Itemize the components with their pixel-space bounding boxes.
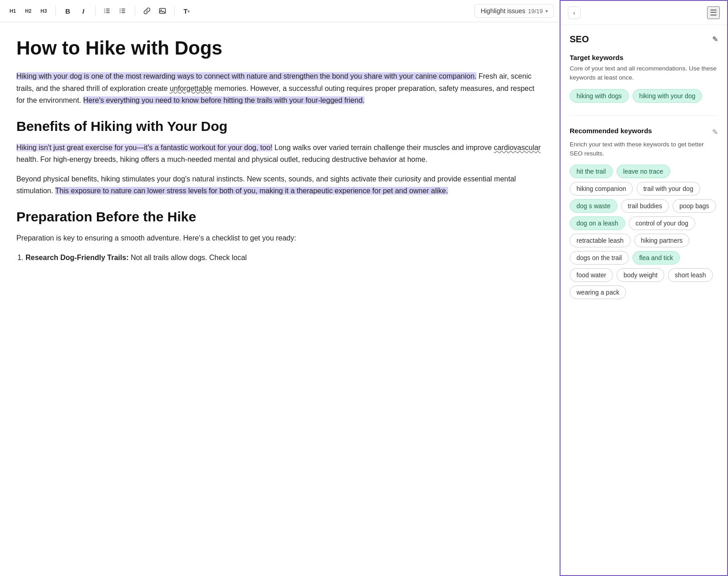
target-keywords-desc: Core of your text and all recommendation… — [570, 64, 718, 83]
unordered-list-button[interactable] — [116, 4, 130, 18]
seo-title-row: SEO ✎ — [570, 34, 718, 45]
highlight-intro-1: Hiking with your dog is one of the most … — [16, 72, 476, 80]
doc-title: How to Hike with Dogs — [16, 37, 543, 60]
benefits-p2: Beyond physical benefits, hiking stimula… — [16, 173, 543, 197]
highlight-benefits-1: Hiking isn't just great exercise for you… — [16, 144, 273, 151]
keyword-tag[interactable]: wearing a pack — [570, 285, 626, 299]
recommended-keywords-section: Recommended keywords ✎ Enrich your text … — [570, 127, 718, 300]
editor-wrapper: H1 H2 H3 B I 1. 2. 3. — [0, 0, 560, 576]
keyword-tag[interactable]: hit the trail — [570, 165, 613, 178]
sidebar-menu-button[interactable]: ☰ — [707, 6, 720, 19]
keyword-tag[interactable]: hiking with dogs — [570, 89, 629, 103]
recommended-keywords-desc: Enrich your text with these keywords to … — [570, 140, 718, 159]
keyword-tag[interactable]: short leash — [668, 268, 713, 282]
keyword-tag[interactable]: hiking companion — [570, 182, 633, 195]
sidebar-topbar: ‹ ☰ — [561, 1, 727, 25]
keyword-tag[interactable]: dog s waste — [570, 199, 617, 213]
keyword-tag[interactable]: leave no trace — [617, 165, 670, 178]
svg-point-9 — [120, 9, 121, 10]
h3-button[interactable]: H3 — [36, 4, 51, 18]
link-button[interactable] — [140, 4, 154, 18]
list-item-1: Research Dog-Friendly Trails: Not all tr… — [25, 252, 543, 264]
preparation-list: Research Dog-Friendly Trails: Not all tr… — [16, 252, 543, 264]
keyword-tag[interactable]: dog on a leash — [570, 216, 625, 230]
intro-paragraph: Hiking with your dog is one of the most … — [16, 70, 543, 106]
svg-point-11 — [120, 12, 121, 13]
clear-format-button[interactable]: Tx — [179, 4, 194, 18]
h2-button[interactable]: H2 — [21, 4, 35, 18]
keyword-tag[interactable]: food water — [570, 268, 613, 282]
insert-group — [140, 4, 170, 18]
divider-2 — [95, 5, 96, 16]
target-keywords-title: Target keywords — [570, 54, 718, 61]
keyword-tag[interactable]: hiking partners — [634, 234, 690, 247]
keyword-tag[interactable]: body weight — [617, 268, 664, 282]
benefits-plain-2: health. For high-energy breeds, hiking o… — [16, 155, 427, 163]
list-item-1-text: Not all trails allow dogs. Check local — [129, 254, 247, 261]
keyword-tag[interactable]: flea and tick — [632, 251, 680, 265]
svg-rect-6 — [121, 9, 125, 10]
chevron-down-icon: ▾ — [546, 9, 548, 14]
benefits-section: Benefits of Hiking with Your Dog Hiking … — [16, 118, 543, 197]
benefits-p1: Hiking isn't just great exercise for you… — [16, 142, 543, 166]
highlight-intro-2: Here's everything you need to know befor… — [83, 96, 365, 104]
seo-edit-icon[interactable]: ✎ — [712, 35, 718, 44]
divider-3 — [135, 5, 135, 16]
highlight-label: Highlight issues — [480, 7, 525, 15]
preparation-section: Preparation Before the Hike Preparation … — [16, 208, 543, 264]
h1-button[interactable]: H1 — [5, 4, 20, 18]
recommended-header: Recommended keywords ✎ — [570, 127, 718, 137]
preparation-title: Preparation Before the Hike — [16, 208, 543, 225]
divider-4 — [174, 5, 175, 16]
recommended-keywords-list: hit the trailleave no tracehiking compan… — [570, 165, 718, 299]
keyword-tag[interactable]: retractable leash — [570, 234, 631, 247]
preparation-p1: Preparation is key to ensuring a smooth … — [16, 232, 543, 244]
keyword-tag[interactable]: dogs on the trail — [570, 251, 629, 265]
image-button[interactable] — [155, 4, 170, 18]
target-keywords-section: Target keywords Core of your text and al… — [570, 54, 718, 103]
format-group: B I — [61, 4, 91, 18]
sidebar-content: SEO ✎ Target keywords Core of your text … — [561, 25, 727, 575]
list-item-1-bold: Research Dog-Friendly Trails: — [25, 254, 129, 261]
highlight-benefits-2: This exposure to nature can lower stress… — [55, 187, 448, 195]
italic-button[interactable]: I — [76, 4, 91, 18]
list-group: 1. 2. 3. — [100, 4, 130, 18]
keyword-tag[interactable]: poop bags — [672, 199, 716, 213]
highlight-issues-dropdown[interactable]: Highlight issues 19/19 ▾ — [475, 4, 554, 18]
recommended-edit-icon[interactable]: ✎ — [712, 128, 718, 136]
svg-text:3.: 3. — [104, 12, 106, 14]
sidebar-back-button[interactable]: ‹ — [568, 6, 581, 19]
keyword-tag[interactable]: trail with your dog — [637, 182, 700, 195]
editor-content: How to Hike with Dogs Hiking with your d… — [0, 22, 559, 576]
ordered-list-button[interactable]: 1. 2. 3. — [100, 4, 115, 18]
svg-rect-2 — [106, 12, 110, 13]
svg-point-10 — [120, 10, 121, 11]
seo-title-label: SEO — [570, 34, 589, 45]
highlight-count: 19/19 — [528, 8, 543, 15]
svg-rect-1 — [106, 10, 110, 11]
toolbar: H1 H2 H3 B I 1. 2. 3. — [0, 0, 559, 22]
benefits-title: Benefits of Hiking with Your Dog — [16, 118, 543, 135]
svg-rect-0 — [106, 9, 110, 10]
heading-group: H1 H2 H3 — [5, 4, 51, 18]
benefits-wavy: cardiovascular — [494, 144, 541, 151]
svg-rect-7 — [121, 10, 125, 11]
bold-button[interactable]: B — [61, 4, 75, 18]
svg-point-13 — [161, 10, 162, 10]
section-divider — [570, 115, 718, 116]
seo-sidebar: ‹ ☰ SEO ✎ Target keywords Core of your t… — [560, 0, 728, 576]
keyword-tag[interactable]: hiking with your dog — [632, 89, 703, 103]
keyword-tag[interactable]: trail buddies — [621, 199, 669, 213]
keyword-tag[interactable]: control of your dog — [629, 216, 695, 230]
intro-wavy-1: unforgettable — [170, 85, 212, 92]
svg-rect-8 — [121, 12, 125, 13]
benefits-plain-1: Long walks over varied terrain challenge… — [273, 144, 494, 151]
target-keywords-list: hiking with dogshiking with your dog — [570, 89, 718, 103]
divider-1 — [56, 5, 56, 16]
recommended-keywords-title: Recommended keywords — [570, 127, 652, 135]
intro-section: Hiking with your dog is one of the most … — [16, 70, 543, 106]
